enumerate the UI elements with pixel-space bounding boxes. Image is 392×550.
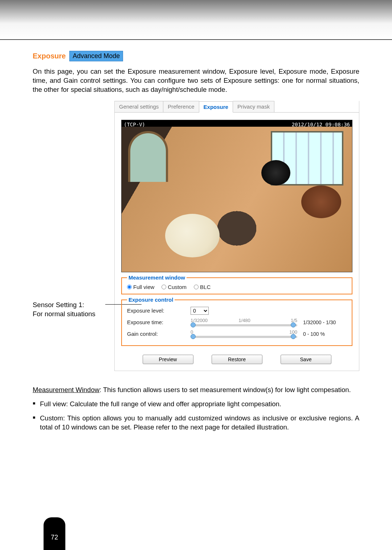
exposure-control-fieldset: Exposure control Exposure level: 0 Expos… <box>121 300 352 346</box>
exposure-time-range: 1/32000 - 1/30 <box>303 319 347 325</box>
decorative-chair-brown <box>301 186 341 218</box>
exposure-time-label: Exposure time: <box>127 319 191 325</box>
radio-blc[interactable]: BLC <box>194 284 211 290</box>
video-overlay-timestamp: 2012/10/12 09:08:36 <box>292 122 350 127</box>
exposure-time-tick-mid: 1/480 <box>238 318 250 323</box>
radio-blc-input[interactable] <box>194 285 199 289</box>
measurement-window-term-text: : This function allows users to set meas… <box>99 386 351 394</box>
radio-custom[interactable]: Custom <box>162 284 187 290</box>
exposure-level-label: Exposure level: <box>127 307 191 314</box>
decorative-arch <box>128 131 168 182</box>
exposure-time-slider[interactable]: 1/32000 1/480 1/5 <box>191 318 297 326</box>
header-gradient <box>0 0 392 40</box>
save-button[interactable]: Save <box>281 355 331 364</box>
config-panel: General settings Preference Exposure Pri… <box>114 101 359 371</box>
sensor-setting-line2: For normal situations <box>33 310 95 319</box>
gain-control-thumb-right[interactable] <box>291 334 296 339</box>
restore-button[interactable]: Restore <box>212 355 262 364</box>
tab-preference[interactable]: Preference <box>163 101 199 112</box>
page-number: 72 <box>51 534 58 541</box>
gain-control-label: Gain control: <box>127 331 191 337</box>
radio-full-view[interactable]: Full view <box>127 284 154 290</box>
preview-button[interactable]: Preview <box>143 355 193 364</box>
intro-paragraph: On this page, you can set the Exposure m… <box>33 67 359 94</box>
gain-control-thumb-left[interactable] <box>191 334 196 339</box>
bullet-full-view: Full view: Calculate the full range of v… <box>33 400 359 409</box>
exposure-level-select[interactable]: 0 <box>191 307 209 315</box>
radio-full-view-label: Full view <box>133 284 154 290</box>
radio-full-view-input[interactable] <box>127 285 132 289</box>
radio-custom-label: Custom <box>168 284 187 290</box>
tab-general-settings[interactable]: General settings <box>115 101 163 112</box>
gain-control-slider[interactable]: 0 100 <box>191 330 297 338</box>
decorative-chair-dark <box>261 160 290 186</box>
video-overlay-protocol: (TCP-V) <box>124 122 145 127</box>
section-heading-row: Exposure Advanced Mode <box>33 51 359 61</box>
exposure-time-thumb-right[interactable] <box>291 322 296 327</box>
tab-exposure[interactable]: Exposure <box>199 101 233 113</box>
radio-blc-label: BLC <box>200 284 211 290</box>
tab-bar: General settings Preference Exposure Pri… <box>115 101 359 113</box>
page-number-tab: 72 <box>44 517 65 550</box>
exposure-time-thumb-left[interactable] <box>191 322 196 327</box>
exposure-control-legend: Exposure control <box>127 297 175 303</box>
decorative-chair-light <box>165 214 220 257</box>
radio-custom-input[interactable] <box>162 285 166 289</box>
section-title: Exposure <box>33 52 66 60</box>
advanced-mode-badge: Advanced Mode <box>69 51 123 61</box>
bullet-custom: Custom: This option allows you to manual… <box>33 414 359 432</box>
measurement-window-description: Measurement Window: This function allows… <box>33 386 359 395</box>
gain-control-range: 0 - 100 % <box>303 331 347 337</box>
measurement-window-term: Measurement Window <box>33 386 99 394</box>
tab-privacy-mask[interactable]: Privacy mask <box>233 101 274 112</box>
sensor-setting-label: Sensor Setting 1: For normal situations <box>33 301 95 319</box>
measurement-window-fieldset: Measurement window Full view Custom BLC <box>121 277 352 294</box>
sensor-setting-line1: Sensor Setting 1: <box>33 301 95 310</box>
video-preview: (TCP-V) 2012/10/12 09:08:36 <box>121 120 352 272</box>
measurement-window-legend: Measurement window <box>127 274 187 281</box>
